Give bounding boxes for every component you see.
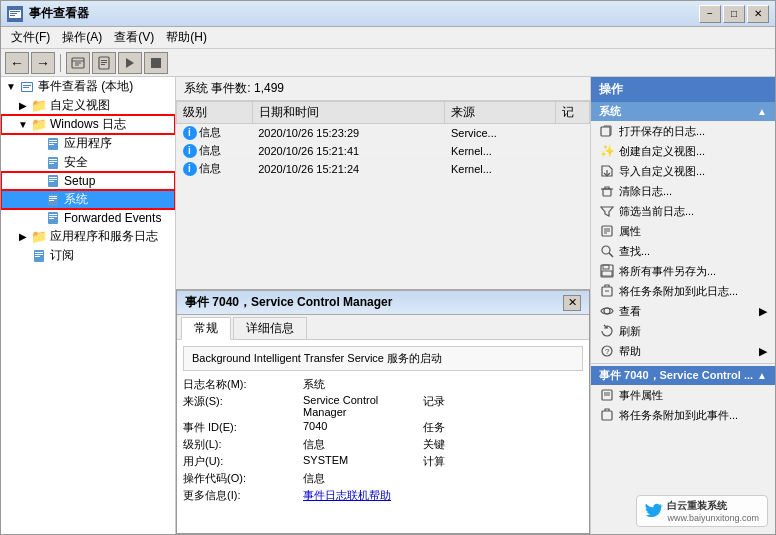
event-list-header: 系统 事件数: 1,499 xyxy=(176,77,590,101)
svg-rect-12 xyxy=(101,64,105,65)
expand-custom: ▶ xyxy=(15,100,31,111)
appsvc-label: 应用程序和服务日志 xyxy=(50,228,158,245)
tree-node-appsvc[interactable]: ▶ 📁 应用程序和服务日志 xyxy=(1,227,175,246)
root-label: 事件查看器 (本地) xyxy=(38,78,133,95)
svg-rect-28 xyxy=(49,177,57,178)
svg-rect-21 xyxy=(49,142,57,143)
field-value2-0 xyxy=(503,377,583,392)
detail-body: Background Intelligent Transfer Service … xyxy=(177,340,589,533)
action-attach-task[interactable]: 将任务条附加到此日志... xyxy=(591,281,775,301)
field-value-0: 系统 xyxy=(303,377,423,392)
field-value-6[interactable]: 事件日志联机帮助 xyxy=(303,488,423,503)
expand-fwd xyxy=(29,213,45,224)
svg-rect-38 xyxy=(49,218,54,219)
menu-view[interactable]: 查看(V) xyxy=(108,27,160,48)
menu-file[interactable]: 文件(F) xyxy=(5,27,56,48)
toolbar-btn-3[interactable] xyxy=(118,52,142,74)
tree-node-sub[interactable]: 订阅 xyxy=(1,246,175,265)
tab-general[interactable]: 常规 xyxy=(181,317,231,340)
col-datetime[interactable]: 日期和时间 xyxy=(252,102,445,124)
field-label-6: 更多信息(I): xyxy=(183,488,303,503)
action-import-view[interactable]: 导入自定义视图... xyxy=(591,161,775,181)
action-filter-label: 筛选当前日志... xyxy=(619,204,694,219)
watermark-url: www.baiyunxitong.com xyxy=(667,513,759,523)
action-refresh[interactable]: 刷新 xyxy=(591,321,775,341)
col-code[interactable]: 记 xyxy=(555,102,589,124)
expand-arrow-sys: ▲ xyxy=(757,106,767,117)
action-properties[interactable]: 属性 xyxy=(591,221,775,241)
action-filter[interactable]: 筛选当前日志... xyxy=(591,201,775,221)
tree-node-setup[interactable]: Setup xyxy=(1,172,175,190)
actions-section-event[interactable]: 事件 7040，Service Control ... ▲ xyxy=(591,366,775,385)
action-create-view[interactable]: ✨ 创建自定义视图... xyxy=(591,141,775,161)
tree-node-custom[interactable]: ▶ 📁 自定义视图 xyxy=(1,96,175,115)
action-event-properties[interactable]: 事件属性 xyxy=(591,385,775,405)
window-title: 事件查看器 xyxy=(29,5,699,22)
tree-node-app[interactable]: 应用程序 xyxy=(1,134,175,153)
menu-action[interactable]: 操作(A) xyxy=(56,27,108,48)
svg-rect-45 xyxy=(603,189,611,196)
section-sys-label: 系统 xyxy=(599,104,621,119)
tree-node-root[interactable]: ▼ 事件查看器 (本地) xyxy=(1,77,175,96)
save-all-icon xyxy=(599,263,615,279)
action-help[interactable]: ? 帮助 ▶ xyxy=(591,341,775,361)
folder-icon-appsvc: 📁 xyxy=(31,229,47,245)
table-row[interactable]: i信息 2020/10/26 15:23:29 Service... xyxy=(177,124,590,142)
col-source[interactable]: 来源 xyxy=(445,102,555,124)
row2-level: i信息 xyxy=(177,142,253,160)
field-label-2: 事件 ID(E): xyxy=(183,420,303,435)
log-icon-app xyxy=(45,136,61,152)
action-attach-task-event[interactable]: 将任务条附加到此事件... xyxy=(591,405,775,425)
tab-details[interactable]: 详细信息 xyxy=(233,317,307,339)
row1-code xyxy=(555,124,589,142)
field-value-4: SYSTEM xyxy=(303,454,423,469)
actions-section-sys[interactable]: 系统 ▲ xyxy=(591,102,775,121)
action-open-saved-label: 打开保存的日志... xyxy=(619,124,705,139)
col-level[interactable]: 级别 xyxy=(177,102,253,124)
field-value2-4 xyxy=(503,454,583,469)
close-button[interactable]: ✕ xyxy=(747,5,769,23)
forward-button[interactable]: → xyxy=(31,52,55,74)
minimize-button[interactable]: − xyxy=(699,5,721,23)
field-label2-1: 记录 xyxy=(423,394,503,418)
tree-node-sec[interactable]: 安全 xyxy=(1,153,175,172)
toolbar-btn-4[interactable] xyxy=(144,52,168,74)
back-button[interactable]: ← xyxy=(5,52,29,74)
action-view[interactable]: 查看 ▶ xyxy=(591,301,775,321)
field-label2-0 xyxy=(423,377,503,392)
table-row[interactable]: i信息 2020/10/26 15:21:41 Kernel... xyxy=(177,142,590,160)
action-clear-log[interactable]: 清除日志... xyxy=(591,181,775,201)
watermark: 白云重装系统 www.baiyunxitong.com xyxy=(636,495,768,527)
detail-tabs: 常规 详细信息 xyxy=(177,315,589,340)
svg-rect-24 xyxy=(49,159,57,160)
maximize-button[interactable]: □ xyxy=(723,5,745,23)
row1-level: i信息 xyxy=(177,124,253,142)
expand-setup xyxy=(29,176,45,187)
field-value2-3 xyxy=(503,437,583,452)
tree-node-sys[interactable]: 系统 xyxy=(1,190,175,209)
detail-close-button[interactable]: ✕ xyxy=(563,295,581,311)
menu-help[interactable]: 帮助(H) xyxy=(160,27,213,48)
action-attach-task-label: 将任务条附加到此日志... xyxy=(619,284,738,299)
svg-rect-54 xyxy=(603,265,609,269)
row3-code xyxy=(555,160,589,178)
tree-node-fwd[interactable]: Forwarded Events xyxy=(1,209,175,227)
info-icon: i xyxy=(183,126,197,140)
action-clear-log-label: 清除日志... xyxy=(619,184,672,199)
action-import-view-label: 导入自定义视图... xyxy=(619,164,705,179)
svg-rect-40 xyxy=(35,252,43,253)
toolbar-btn-1[interactable] xyxy=(66,52,90,74)
svg-rect-43 xyxy=(601,127,610,136)
expand-sub xyxy=(15,250,31,261)
field-label-3: 级别(L): xyxy=(183,437,303,452)
toolbar-btn-2[interactable] xyxy=(92,52,116,74)
tree-node-winlogs[interactable]: ▼ 📁 Windows 日志 xyxy=(1,115,175,134)
action-find[interactable]: 查找... xyxy=(591,241,775,261)
svg-rect-34 xyxy=(49,200,54,201)
import-view-icon xyxy=(599,163,615,179)
svg-rect-64 xyxy=(602,411,612,420)
table-row[interactable]: i信息 2020/10/26 15:21:24 Kernel... xyxy=(177,160,590,178)
action-open-saved[interactable]: 打开保存的日志... xyxy=(591,121,775,141)
field-label2-2: 任务 xyxy=(423,420,503,435)
action-save-all[interactable]: 将所有事件另存为... xyxy=(591,261,775,281)
